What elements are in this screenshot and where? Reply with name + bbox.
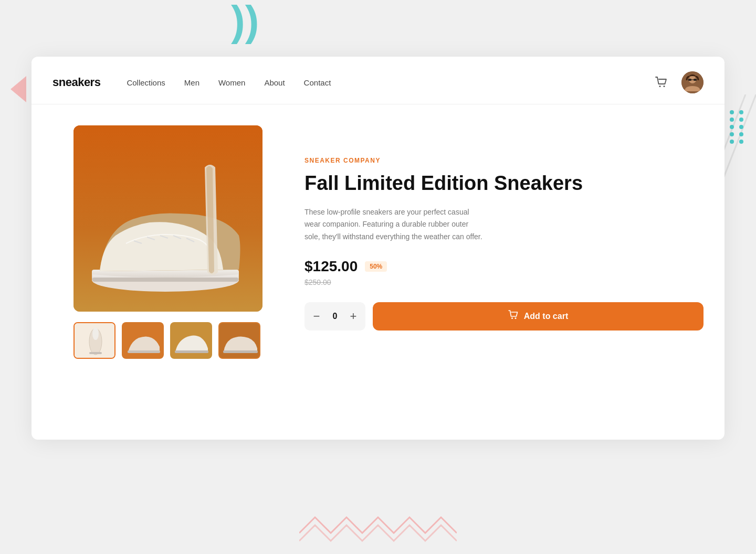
shoe-display (74, 125, 262, 312)
product-thumbnails (74, 322, 262, 359)
svg-point-4 (664, 86, 665, 87)
cart-row: − 0 + Add to cart (304, 302, 704, 331)
cart-icon-btn (508, 310, 519, 319)
avatar-image (681, 71, 704, 93)
nav-about[interactable]: About (264, 78, 285, 87)
product-content: Sneaker Company Fall Limited Edition Sne… (32, 104, 724, 385)
quantity-control: − 0 + (304, 302, 365, 331)
svg-rect-24 (128, 350, 160, 353)
svg-point-30 (514, 317, 516, 319)
price-original: $250.00 (304, 278, 704, 286)
discount-badge: 50% (365, 261, 387, 272)
thumbnail-2[interactable] (122, 322, 164, 359)
svg-rect-18 (92, 278, 238, 282)
price-row: $125.00 50% (304, 258, 704, 275)
user-avatar[interactable] (681, 71, 704, 93)
main-product-image (74, 125, 262, 312)
quantity-decrease-button[interactable]: − (308, 307, 326, 325)
svg-rect-26 (175, 350, 208, 353)
cart-icon (655, 77, 668, 88)
svg-marker-0 (10, 76, 26, 102)
product-title: Fall Limited Edition Sneakers (304, 172, 704, 196)
thumbnail-3[interactable] (170, 322, 212, 359)
navbar: sneakers Collections Men Women About Con… (32, 57, 724, 104)
nav-actions (652, 71, 704, 93)
nav-collections[interactable]: Collections (127, 78, 165, 87)
cart-btn-icon (508, 310, 519, 322)
svg-rect-28 (223, 350, 258, 353)
logo: sneakers (52, 76, 100, 89)
svg-rect-7 (688, 79, 691, 81)
thumbnail-4[interactable] (218, 322, 260, 359)
price-current: $125.00 (304, 258, 358, 275)
svg-line-1 (719, 94, 756, 189)
svg-point-21 (92, 327, 99, 340)
product-card: sneakers Collections Men Women About Con… (32, 57, 724, 440)
thumbnail-1[interactable] (74, 322, 116, 359)
nav-links: Collections Men Women About Contact (127, 78, 652, 87)
quantity-increase-button[interactable]: + (344, 307, 362, 325)
nav-men[interactable]: Men (184, 78, 200, 87)
quantity-value: 0 (326, 312, 344, 321)
svg-point-29 (511, 317, 513, 319)
add-to-cart-button[interactable]: Add to cart (373, 302, 704, 331)
bg-zigzag-decor (299, 512, 457, 544)
product-images (74, 125, 262, 359)
bg-quotes-decor: )) (231, 0, 259, 42)
nav-contact[interactable]: Contact (304, 78, 331, 87)
svg-rect-8 (694, 79, 697, 81)
nav-women[interactable]: Women (218, 78, 245, 87)
brand-label: Sneaker Company (304, 157, 704, 164)
svg-rect-22 (89, 352, 102, 354)
add-to-cart-label: Add to cart (524, 312, 568, 321)
product-info: Sneaker Company Fall Limited Edition Sne… (304, 125, 704, 331)
shoe-illustration (74, 125, 262, 312)
svg-point-3 (659, 86, 661, 87)
product-description: These low-profile sneakers are your perf… (304, 206, 483, 243)
cart-button[interactable] (652, 73, 671, 92)
